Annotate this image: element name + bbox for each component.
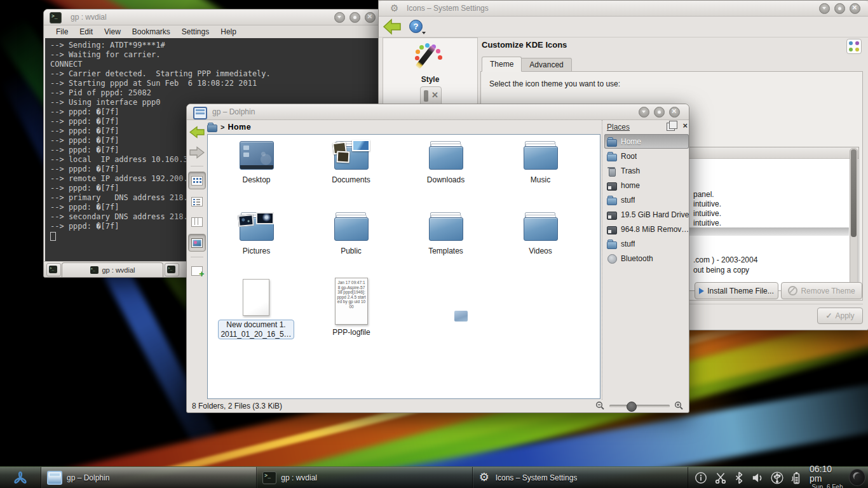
folder-view[interactable]: Desktop Documents bbox=[207, 134, 600, 399]
minimize-button[interactable] bbox=[639, 107, 649, 118]
folder-item[interactable]: Desktop bbox=[219, 141, 295, 212]
desktop: gp : wvdial FileEditViewBookmarksSetting… bbox=[0, 0, 868, 488]
volume-icon[interactable] bbox=[751, 471, 764, 484]
menu-item[interactable]: View bbox=[98, 26, 126, 37]
settings-titlebar[interactable]: ⚙ Icons – System Settings bbox=[379, 1, 868, 17]
menu-item[interactable]: Edit bbox=[74, 26, 98, 37]
breadcrumb: > Home bbox=[207, 120, 251, 134]
close-button[interactable] bbox=[850, 3, 860, 14]
maximize-button[interactable] bbox=[654, 107, 665, 118]
apply-button[interactable]: ✓ Apply bbox=[817, 308, 863, 324]
launcher-knot-icon bbox=[11, 468, 30, 487]
new-tab-button[interactable] bbox=[46, 263, 61, 276]
instruction-text: Select the icon theme you want to use: bbox=[489, 79, 620, 88]
maximize-button[interactable] bbox=[349, 12, 360, 23]
scrollbar-thumb[interactable] bbox=[851, 149, 857, 237]
columns-view-button[interactable] bbox=[189, 214, 205, 230]
list-item-fragment[interactable]: intuitive. bbox=[693, 219, 721, 228]
back-button[interactable] bbox=[383, 18, 402, 35]
folder-item[interactable]: Documents bbox=[313, 141, 390, 212]
remove-theme-button[interactable]: Remove Theme bbox=[781, 282, 862, 299]
folder-item[interactable]: Downloads bbox=[408, 141, 484, 212]
tab-list-button[interactable] bbox=[165, 263, 179, 276]
folder-icon bbox=[524, 212, 558, 241]
folder-item[interactable]: Videos bbox=[503, 212, 579, 283]
description-fragment: .com ) - 2003-2004 bbox=[693, 255, 757, 265]
place-item[interactable]: 19.5 GiB Hard Drive bbox=[604, 207, 689, 222]
task-icon bbox=[262, 471, 276, 484]
preview-toggle-button[interactable] bbox=[188, 234, 206, 252]
menu-item[interactable]: Bookmarks bbox=[126, 26, 176, 37]
taskbar-task[interactable]: gp : wvdial bbox=[257, 467, 472, 488]
folder-item[interactable]: Public bbox=[313, 212, 390, 283]
folder-label: Pictures bbox=[243, 247, 270, 255]
taskbar-task[interactable]: Icons – System Settings bbox=[473, 467, 688, 488]
taskbar-task[interactable]: gp – Dolphin bbox=[41, 467, 257, 488]
zoom-slider[interactable] bbox=[609, 405, 670, 407]
place-item[interactable]: Home bbox=[604, 134, 689, 149]
dolphin-titlebar[interactable]: gp – Dolphin bbox=[187, 104, 689, 120]
list-scrollbar[interactable] bbox=[850, 148, 858, 290]
place-item[interactable]: Root bbox=[604, 149, 689, 163]
terminal-titlebar[interactable]: gp : wvdial bbox=[44, 10, 382, 25]
panel-toolbox-cashew[interactable] bbox=[849, 469, 865, 486]
folder-item[interactable]: Pictures bbox=[219, 212, 295, 283]
place-item[interactable]: home bbox=[604, 178, 689, 193]
place-icon bbox=[607, 254, 617, 263]
details-view-button[interactable] bbox=[189, 193, 205, 210]
list-item-fragment[interactable]: intuitive. bbox=[693, 200, 721, 209]
minimize-button[interactable] bbox=[334, 12, 345, 23]
zoom-slider-handle[interactable] bbox=[627, 402, 637, 412]
file-item-ppp-logfile[interactable]: Jan 17 09:47:18 gp-Aspire-5738 pppd[1946… bbox=[316, 278, 387, 337]
zoom-in-icon[interactable] bbox=[674, 401, 684, 410]
tab-theme[interactable]: Theme bbox=[482, 57, 522, 72]
back-button[interactable] bbox=[189, 124, 205, 140]
terminal-icon bbox=[49, 266, 57, 273]
menu-item[interactable]: Settings bbox=[176, 26, 215, 37]
bluetooth-icon[interactable] bbox=[734, 471, 744, 484]
breadcrumb-home[interactable]: Home bbox=[227, 123, 251, 132]
folder-item[interactable]: Music bbox=[503, 141, 579, 212]
terminal-tab[interactable]: gp : wvdial bbox=[62, 262, 163, 277]
place-item[interactable]: Trash bbox=[604, 163, 689, 178]
close-panel-icon[interactable]: × bbox=[682, 121, 688, 130]
home-folder-icon[interactable] bbox=[207, 123, 217, 132]
columns-view-icon bbox=[191, 217, 203, 227]
clock-widget[interactable]: 06:10 pm Sun, 6 Feb bbox=[807, 467, 848, 488]
close-button[interactable] bbox=[365, 12, 376, 23]
icons-view-button[interactable] bbox=[188, 172, 206, 189]
folder-item[interactable]: Templates bbox=[408, 212, 484, 283]
app-launcher-button[interactable] bbox=[0, 467, 41, 488]
tab-advanced[interactable]: Advanced bbox=[522, 58, 571, 72]
task-icon bbox=[47, 471, 62, 485]
help-button[interactable]: ? bbox=[408, 19, 424, 34]
menu-item[interactable]: File bbox=[50, 26, 74, 37]
close-button[interactable] bbox=[669, 107, 680, 118]
list-item-fragment[interactable]: panel. bbox=[693, 190, 721, 200]
place-item[interactable]: stuff bbox=[604, 236, 689, 251]
forbidden-icon bbox=[788, 286, 797, 295]
split-view-button[interactable] bbox=[189, 262, 205, 279]
place-item[interactable]: 964.8 MiB Remov… bbox=[604, 222, 689, 236]
zoom-out-icon[interactable] bbox=[595, 401, 605, 410]
minimize-button[interactable] bbox=[819, 3, 830, 14]
clock-time: 06:10 pm bbox=[810, 464, 845, 484]
forward-button[interactable] bbox=[189, 144, 205, 161]
place-item[interactable]: Bluetooth bbox=[604, 251, 689, 266]
terminal-line: --> Carrier detected. Starting PPP immed… bbox=[50, 69, 381, 79]
place-item[interactable]: stuff bbox=[604, 193, 689, 207]
maximize-button[interactable] bbox=[834, 3, 845, 14]
battery-icon[interactable] bbox=[790, 471, 802, 485]
icons-view-icon bbox=[191, 176, 203, 186]
menu-item[interactable]: Help bbox=[215, 26, 242, 37]
info-icon[interactable] bbox=[695, 471, 707, 484]
folder-label: Videos bbox=[529, 247, 552, 255]
usb-device-icon[interactable] bbox=[771, 471, 783, 484]
detach-panel-icon[interactable] bbox=[667, 123, 675, 131]
file-item-new-document[interactable]: New document 1. 2011_01_20_16_5… bbox=[220, 279, 292, 339]
klipper-scissors-icon[interactable] bbox=[714, 471, 727, 484]
system-settings-logo-icon bbox=[846, 39, 862, 54]
sidebar-item-style[interactable]: Style bbox=[383, 43, 477, 84]
install-theme-button[interactable]: Install Theme File... bbox=[695, 282, 778, 299]
list-item-fragment[interactable]: intuitive. bbox=[693, 209, 721, 219]
